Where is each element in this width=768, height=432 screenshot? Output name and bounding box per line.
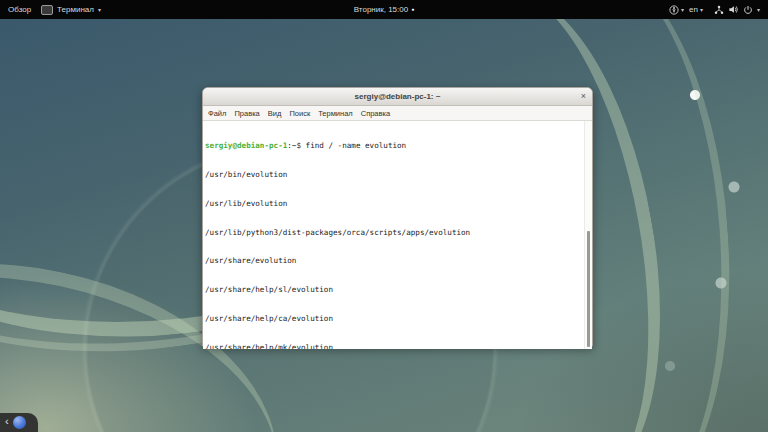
window-title: sergiy@debian-pc-1: ~ [355, 92, 441, 101]
chevron-down-icon: ▾ [98, 7, 101, 13]
close-button[interactable]: × [581, 88, 586, 105]
accessibility-icon [669, 5, 679, 15]
notification-dot-icon: ● [411, 7, 414, 12]
prompt-suffix: :~$ [287, 141, 305, 150]
close-icon: × [581, 92, 586, 101]
chevron-down-icon: ▾ [757, 7, 760, 13]
terminal-output-line: /usr/share/help/mk/evolution [205, 343, 584, 349]
system-menu-button[interactable]: ▾ [714, 4, 760, 15]
language-menu-button[interactable]: en ▾ [689, 5, 703, 14]
scrollbar-thumb[interactable] [587, 231, 590, 347]
menu-bar: Файл Правка Вид Поиск Терминал Справка [203, 106, 592, 121]
language-label: en [689, 5, 698, 14]
terminal-window: sergiy@debian-pc-1: ~ × Файл Правка Вид … [202, 87, 593, 347]
chevron-left-icon: ‹ [0, 416, 13, 429]
terminal-output-line: /usr/share/help/ca/evolution [205, 314, 584, 324]
terminal-output-line: /usr/lib/python3/dist-packages/orca/scri… [205, 228, 584, 238]
terminal-scrollbar[interactable] [584, 121, 592, 349]
power-icon [743, 5, 753, 15]
chevron-down-icon: ▾ [681, 7, 684, 13]
prompt: sergiy@debian-pc-1 [205, 141, 287, 150]
accessibility-menu-button[interactable]: ▾ [669, 5, 684, 15]
menu-edit[interactable]: Правка [234, 109, 259, 118]
activities-button[interactable]: Обзор [8, 5, 31, 14]
dock-hint[interactable]: ‹ [0, 413, 38, 432]
command-text: find / -name evolution [306, 141, 407, 150]
terminal-output-line: /usr/share/evolution [205, 256, 584, 266]
dock-app-icon[interactable] [13, 416, 26, 429]
menu-file[interactable]: Файл [208, 109, 226, 118]
volume-icon [728, 4, 739, 15]
clock-button[interactable]: Вторник, 15:00 [354, 5, 408, 14]
chevron-down-icon: ▾ [700, 7, 703, 13]
terminal-output-line: /usr/share/help/sl/evolution [205, 285, 584, 295]
terminal-output-line: /usr/lib/evolution [205, 199, 584, 209]
terminal-screen[interactable]: sergiy@debian-pc-1:~$ find / -name evolu… [203, 121, 592, 349]
app-menu-label: Терминал [57, 5, 94, 14]
terminal-command-line: sergiy@debian-pc-1:~$ find / -name evolu… [205, 141, 584, 151]
top-bar: Обзор Терминал ▾ Вторник, 15:00 ● ▾ en ▾ [0, 0, 768, 19]
window-titlebar[interactable]: sergiy@debian-pc-1: ~ × [203, 88, 592, 106]
app-menu-button[interactable]: Терминал ▾ [41, 5, 101, 15]
terminal-app-icon [41, 5, 53, 15]
network-icon [714, 5, 724, 15]
menu-terminal[interactable]: Терминал [318, 109, 353, 118]
menu-search[interactable]: Поиск [289, 109, 310, 118]
menu-help[interactable]: Справка [361, 109, 390, 118]
menu-view[interactable]: Вид [268, 109, 282, 118]
terminal-output-line: /usr/bin/evolution [205, 170, 584, 180]
